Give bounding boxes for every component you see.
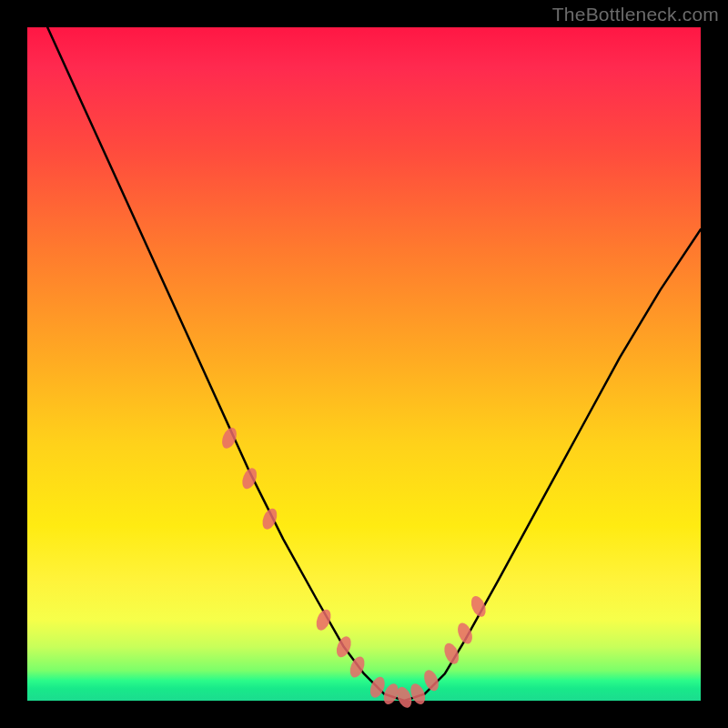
chart-svg (27, 27, 701, 701)
curve-marker (469, 594, 489, 619)
chart-plot-area (27, 27, 701, 701)
watermark-text: TheBottleneck.com (552, 4, 719, 25)
chart-frame: TheBottleneck.com (0, 0, 728, 728)
curve-layer (47, 27, 701, 701)
curve-marker (314, 607, 334, 632)
curve-marker (441, 641, 461, 665)
curve-marker (348, 654, 368, 679)
bottleneck-curve-path (47, 27, 701, 701)
curve-marker (455, 621, 475, 645)
curve-marker (219, 426, 239, 450)
